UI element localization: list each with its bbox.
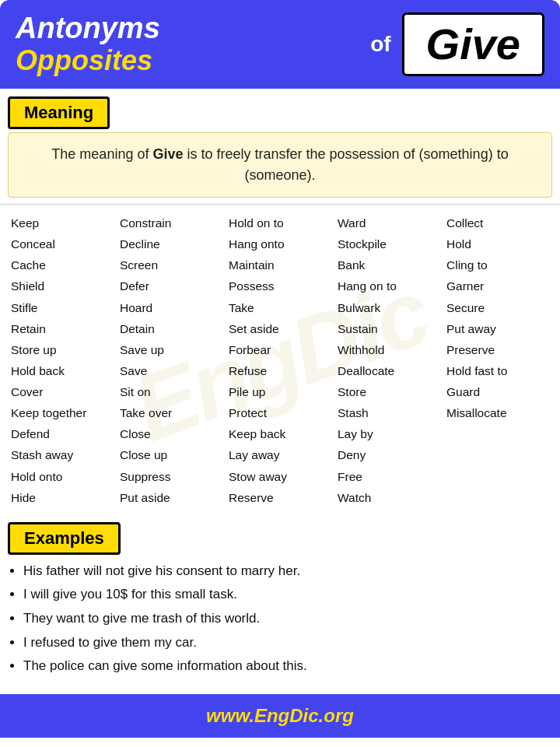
- word-item: Secure: [446, 297, 549, 318]
- word-item: Hide: [11, 487, 114, 508]
- word-item: Stifle: [11, 297, 114, 318]
- word-item: Withhold: [338, 339, 440, 360]
- word-item: Close: [120, 423, 222, 444]
- word-item: Keep together: [11, 402, 114, 423]
- word-item: Cover: [11, 381, 114, 402]
- example-item: His father will not give his consent to …: [23, 559, 544, 584]
- footer-text: www.EngDic.org: [11, 705, 549, 727]
- word-item: Pile up: [229, 381, 331, 402]
- word-item: Hold on to: [229, 212, 331, 233]
- word-item: Hold onto: [11, 466, 114, 487]
- word-item: Hold back: [11, 360, 114, 381]
- word-item: Garner: [446, 275, 549, 296]
- word-item: Hold fast to: [446, 360, 549, 381]
- word-item: Watch: [338, 487, 440, 508]
- example-item: I refused to give them my car.: [23, 631, 544, 655]
- word-item: Conceal: [11, 233, 114, 254]
- word-item: Possess: [229, 275, 331, 296]
- word-item: Cling to: [446, 254, 549, 275]
- word-item: Store up: [11, 339, 114, 360]
- meaning-suffix: is to freely transfer the possession of …: [183, 146, 508, 183]
- header-subtitle: Opposites: [16, 45, 362, 76]
- word-item: Lay away: [229, 444, 331, 465]
- word-item: Keep: [11, 212, 114, 233]
- words-section: EngDic KeepConcealCacheShieldStifleRetai…: [0, 204, 560, 516]
- word-item: Protect: [229, 402, 331, 423]
- meaning-word: Give: [152, 146, 183, 162]
- word-item: Ward: [338, 212, 440, 233]
- footer-brand: EngDic: [254, 705, 319, 726]
- words-col-5: CollectHoldCling toGarnerSecurePut awayP…: [443, 208, 552, 513]
- meaning-label-wrapper: Meaning: [0, 89, 560, 129]
- meaning-text: The meaning of Give is to freely transfe…: [8, 132, 552, 198]
- header-word-box: Give: [402, 12, 544, 76]
- word-item: Screen: [120, 254, 222, 275]
- word-item: Deallocate: [338, 360, 440, 381]
- word-item: Preserve: [446, 339, 549, 360]
- footer-prefix: www.: [206, 705, 254, 726]
- meaning-prefix: The meaning of: [51, 146, 152, 162]
- word-item: Sustain: [338, 318, 440, 339]
- word-item: Guard: [446, 381, 549, 402]
- example-item: I will give you 10$ for this small task.: [23, 583, 544, 607]
- word-item: Cache: [11, 254, 114, 275]
- word-item: Keep back: [229, 423, 331, 444]
- words-col-4: WardStockpileBankHang on toBulwarkSustai…: [334, 208, 443, 513]
- word-item: Defer: [120, 275, 222, 296]
- word-item: Store: [338, 381, 440, 402]
- word-item: Take: [229, 297, 331, 318]
- example-item: The police can give some information abo…: [23, 654, 544, 679]
- header-title: Antonyms: [16, 12, 362, 45]
- word-item: Close up: [120, 444, 222, 465]
- word-item: Put aside: [120, 487, 222, 508]
- footer: www.EngDic.org: [0, 694, 560, 738]
- word-item: Reserve: [229, 487, 331, 508]
- word-item: Misallocate: [446, 402, 549, 423]
- examples-section: His father will not give his consent to …: [0, 555, 560, 689]
- word-item: Sit on: [120, 381, 222, 402]
- word-item: Stash: [338, 402, 440, 423]
- word-item: Stash away: [11, 444, 114, 465]
- word-item: Maintain: [229, 254, 331, 275]
- words-grid: KeepConcealCacheShieldStifleRetainStore …: [8, 208, 552, 513]
- word-item: Shield: [11, 275, 114, 296]
- word-item: Collect: [446, 212, 549, 233]
- word-item: Bulwark: [338, 297, 440, 318]
- word-item: Hang onto: [229, 233, 331, 254]
- examples-label-wrapper: Examples: [0, 516, 560, 555]
- word-item: Save: [120, 360, 222, 381]
- word-item: Hold: [446, 233, 549, 254]
- header-word: Give: [426, 23, 520, 66]
- header-left: Antonyms Opposites: [16, 12, 362, 75]
- word-item: Retain: [11, 318, 114, 339]
- word-item: Take over: [120, 402, 222, 423]
- meaning-section: The meaning of Give is to freely transfe…: [0, 129, 560, 204]
- word-item: Suppress: [120, 466, 222, 487]
- word-item: Put away: [446, 318, 549, 339]
- word-item: Lay by: [338, 423, 440, 444]
- header-of-label: of: [370, 32, 390, 57]
- word-item: Decline: [120, 233, 222, 254]
- word-item: Stockpile: [338, 233, 440, 254]
- word-item: Free: [338, 466, 440, 487]
- word-item: Forbear: [229, 339, 331, 360]
- word-item: Hoard: [120, 297, 222, 318]
- words-col-2: ConstrainDeclineScreenDeferHoardDetainSa…: [117, 208, 226, 513]
- word-item: Hang on to: [338, 275, 440, 296]
- footer-suffix: .org: [319, 705, 354, 726]
- words-col-1: KeepConcealCacheShieldStifleRetainStore …: [8, 208, 117, 513]
- word-item: Defend: [11, 423, 114, 444]
- word-item: Save up: [120, 339, 222, 360]
- meaning-label: Meaning: [8, 96, 110, 129]
- word-item: Refuse: [229, 360, 331, 381]
- header-right: of Give: [370, 12, 544, 76]
- examples-label: Examples: [8, 522, 121, 555]
- word-item: Bank: [338, 254, 440, 275]
- word-item: Deny: [338, 444, 440, 465]
- example-item: They want to give me trash of this world…: [23, 607, 544, 631]
- word-item: Constrain: [120, 212, 222, 233]
- header: Antonyms Opposites of Give: [0, 0, 560, 89]
- word-item: Detain: [120, 318, 222, 339]
- words-col-3: Hold on toHang ontoMaintainPossessTakeSe…: [226, 208, 334, 513]
- word-item: Stow away: [229, 466, 331, 487]
